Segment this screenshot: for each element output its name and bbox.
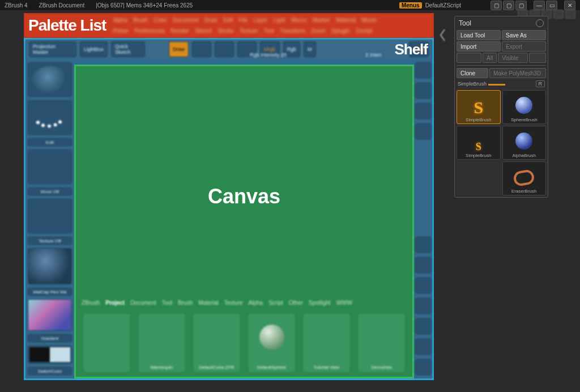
all-button[interactable]: All [483, 53, 497, 63]
load-tool-button[interactable]: Load Tool [457, 30, 501, 40]
palette-list-bar: Palette List AlphaBrushColor DocumentDra… [24, 13, 434, 38]
minimize-icon[interactable]: — [534, 1, 545, 10]
projection-master-button[interactable]: Projection Master [29, 41, 76, 57]
app-name: ZBrush 4 [5, 2, 28, 8]
make-polymesh-button[interactable]: Make PolyMesh3D [489, 68, 546, 78]
tool-panel-title: Tool [459, 19, 471, 27]
z-intensity-label: Z Inten [365, 52, 381, 58]
export-button[interactable]: Export [502, 41, 546, 52]
menus-badge[interactable]: Menus [399, 2, 422, 8]
shelf-label: Shelf [394, 41, 428, 58]
palette-menu[interactable]: AlphaBrushColor DocumentDrawEdit FileLay… [113, 17, 396, 34]
collapse-icon[interactable] [529, 53, 546, 63]
brush-preview[interactable] [28, 62, 72, 97]
lightbox-item[interactable]: Mannequin [138, 313, 186, 373]
move-off-label: Move Off [28, 188, 72, 195]
lightbox-button[interactable]: LightBox [80, 41, 108, 57]
import-button[interactable]: Import [457, 41, 501, 52]
sys-icon[interactable] [565, 10, 575, 19]
geo-button[interactable] [457, 53, 481, 63]
stats: |Objs 6507| Mems 348+24 Freea 2625 [96, 2, 193, 8]
frame-icon[interactable] [415, 298, 431, 314]
tray-collapse-arrow-icon[interactable] [438, 27, 446, 43]
clone-button[interactable]: Clone [457, 68, 488, 78]
scroll-icon[interactable] [415, 62, 431, 78]
rgb-intensity-label: Rgb Intensity 25 [250, 52, 287, 58]
right-tray [414, 59, 432, 378]
floor-icon[interactable] [415, 257, 431, 273]
texture-slot[interactable] [28, 199, 72, 233]
scale-icon[interactable] [415, 339, 431, 355]
toolbar-icon[interactable]: ▢ [515, 1, 527, 10]
lightbox-tabs[interactable]: ZBrush Project Document Tool Brush Mater… [76, 297, 412, 308]
rotate-icon[interactable] [415, 359, 431, 375]
tool-alphabrush[interactable]: S SimpleBrush [457, 126, 501, 160]
m-button[interactable]: M [304, 41, 316, 57]
actual-icon[interactable] [415, 103, 431, 119]
quicksketch-button[interactable]: Quick Sketch [111, 41, 145, 57]
tool-alphabrush2[interactable]: AlphaBrush [502, 126, 547, 160]
lightbox-browser: ZBrush Project Document Tool Brush Mater… [76, 297, 412, 377]
lightbox-item[interactable]: DemoHea [357, 313, 406, 373]
active-tool-label: SimpleBrush [458, 80, 505, 87]
sys-icon[interactable] [553, 10, 564, 19]
draw-mode-button[interactable]: Draw [169, 41, 189, 57]
toolbar-icon[interactable]: ▢ [491, 1, 502, 10]
toolbar-icon[interactable]: ▢ [503, 1, 514, 10]
r-badge[interactable]: R [536, 80, 545, 87]
tool-eraserbrush[interactable]: EraserBrush [502, 161, 547, 195]
color-picker[interactable] [28, 299, 72, 331]
shelf-frame: Projection Master LightBox Quick Sketch … [24, 38, 434, 380]
save-as-button[interactable]: Save As [502, 30, 546, 40]
lightbox-item[interactable]: DefaultSphere [248, 313, 296, 373]
local-icon[interactable] [415, 278, 431, 293]
lightbox-item[interactable]: Tutorial View [302, 313, 351, 373]
canvas-label: Canvas [208, 185, 280, 208]
material-preview[interactable] [28, 248, 72, 284]
pin-icon[interactable] [536, 19, 544, 27]
gradient-button[interactable]: Gradient [28, 334, 72, 342]
alpha-slot[interactable] [28, 150, 72, 184]
close-icon[interactable]: ✕ [564, 1, 575, 10]
tool-spherebrush[interactable]: SphereBrush [502, 90, 547, 124]
fg-bg-color[interactable] [28, 346, 72, 364]
left-tray: Edit Move Off Texture Off MatCap Red Wa … [25, 59, 74, 378]
switch-color-button[interactable]: SwitchColor [28, 367, 72, 375]
tool-panel: Tool Load Tool Save As Import Export All… [454, 16, 548, 198]
scale-button[interactable] [215, 41, 234, 57]
stroke-preview[interactable] [28, 100, 72, 135]
maximize-icon[interactable]: ▭ [546, 1, 557, 10]
move-icon[interactable] [415, 318, 431, 334]
default-zscript[interactable]: DefaultZScript [425, 2, 461, 8]
title-bar: ZBrush 4 ZBrush Document |Objs 6507| Mem… [0, 0, 580, 10]
move-button[interactable] [192, 41, 211, 57]
tool-simplebrush[interactable]: S SimpleBrush [457, 90, 501, 124]
doc-name: ZBrush Document [39, 2, 85, 8]
edit-button[interactable]: Edit [28, 138, 72, 146]
texture-off-label: Texture Off [28, 237, 72, 245]
palette-list-label: Palette List [28, 16, 106, 35]
canvas[interactable]: Canvas ZBrush Project Document Tool Brus… [74, 65, 414, 378]
visible-button[interactable]: Visible [498, 53, 528, 63]
aahalf-icon[interactable] [415, 123, 431, 139]
material-label: MatCap Red Wa [28, 288, 72, 296]
persp-icon[interactable] [415, 237, 431, 253]
lightbox-item[interactable]: DefaultCube.ZPR [193, 313, 241, 373]
zoom-icon[interactable] [415, 83, 431, 99]
lightbox-item[interactable] [83, 313, 131, 373]
